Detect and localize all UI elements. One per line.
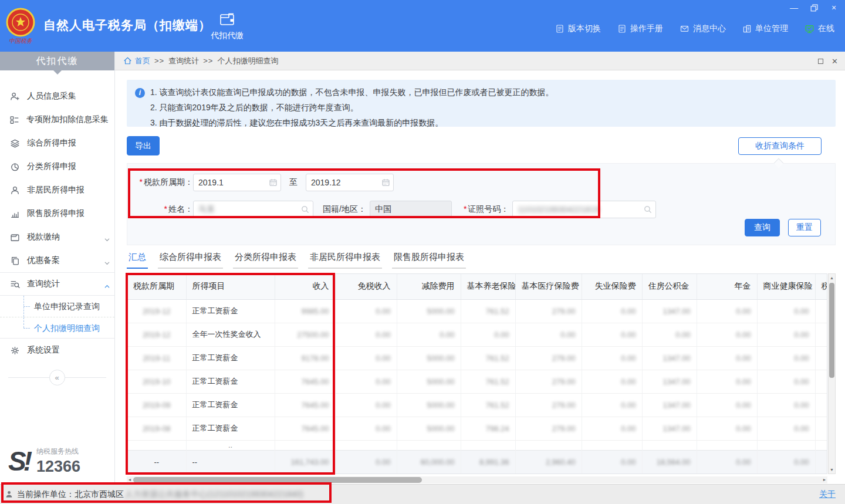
- horizontal-scrollbar[interactable]: ◄ ►: [127, 476, 827, 483]
- table-header-row: 税款所属期所得项目收入免税收入减除费用基本养老保险费基本医疗保险费失业保险费住房…: [127, 274, 827, 299]
- calendar-icon[interactable]: [269, 178, 278, 187]
- reset-button[interactable]: 重置: [788, 219, 821, 236]
- query-button[interactable]: 查询: [745, 219, 780, 236]
- table-row[interactable]: 2019-10正常工资薪金7645.000.005000.00761.52279…: [127, 370, 827, 393]
- chevron-up-icon: [102, 283, 112, 290]
- sidebar-item-4[interactable]: 非居民所得申报: [0, 178, 114, 202]
- sidebar-menu: 人员信息采集专项附加扣除信息采集综合所得申报分类所得申报非居民所得申报限售股所得…: [0, 84, 114, 362]
- notice-lines: 1. 该查询统计表仅能查询已申报成功的数据，不包含未申报、申报失败，已申报但已作…: [150, 86, 827, 128]
- doc-icon: [555, 24, 565, 33]
- sidebar-collapse-row: «: [8, 377, 106, 378]
- search-icon[interactable]: [300, 205, 310, 214]
- breadcrumb-1: 查询统计: [168, 56, 199, 65]
- period-from-value: 2019.1: [198, 178, 224, 187]
- tax-emblem-logo: 中国税务: [5, 6, 36, 45]
- table-row[interactable]: 2019-08正常工资薪金7645.000.005000.00798.24279…: [127, 417, 827, 440]
- sidebar-submenu: 单位申报记录查询个人扣缴明细查询: [0, 296, 114, 339]
- period-label: *税款所属期：: [127, 177, 193, 188]
- tab-3[interactable]: 非居民所得申报表: [308, 250, 382, 269]
- topnav-item-4[interactable]: 在线: [805, 23, 834, 34]
- sidebar-subitem-0[interactable]: 单位申报记录查询: [0, 296, 114, 317]
- gear-icon: [9, 346, 20, 356]
- breadcrumb: 首页>>查询统计>>个人扣缴明细查询 ✕: [115, 52, 845, 70]
- column-header-period: 税款所属期: [127, 274, 186, 299]
- org-icon: [742, 24, 752, 33]
- pane-close-icon[interactable]: ✕: [832, 57, 838, 65]
- hotline-logo: S!: [8, 445, 36, 477]
- main-content: 首页>>查询统计>>个人扣缴明细查询 ✕ i 1. 该查询统计表仅能查询已申报成…: [115, 52, 845, 484]
- tab-0[interactable]: 汇总: [127, 250, 148, 269]
- horizontal-scroll-thumb[interactable]: [133, 477, 422, 483]
- table-row[interactable]: 2019-11正常工资薪金9178.000.005000.00761.52279…: [127, 346, 827, 370]
- sidebar-item-0[interactable]: 人员信息采集: [0, 84, 114, 108]
- copy-icon: [9, 256, 20, 266]
- column-header-annuity: 年金: [697, 274, 757, 299]
- breadcrumb-0[interactable]: 首页: [135, 56, 150, 65]
- module-tab-label: 代扣代缴: [207, 31, 248, 41]
- notice-line-0: 1. 该查询统计表仅能查询已申报成功的数据，不包含未申报、申报失败，已申报但已作…: [150, 86, 827, 98]
- sidebar-item-8[interactable]: 查询统计: [0, 272, 114, 296]
- pane-maximize-icon[interactable]: [818, 57, 823, 65]
- table-row[interactable]: 2019-12正常工资薪金9985.000.005000.00761.52279…: [127, 299, 827, 323]
- operator-blurred: 人力资源公共服务中心(12110102199304221840): [125, 489, 303, 500]
- close-icon[interactable]: ×: [829, 3, 839, 12]
- filter-caret: [774, 158, 784, 168]
- scroll-up-icon[interactable]: ▲: [829, 274, 835, 282]
- sidebar-cap: 代扣代缴: [0, 52, 114, 70]
- collapse-filters-button[interactable]: 收折查询条件: [738, 137, 822, 155]
- column-header-medical: 基本医疗保险费: [515, 274, 582, 299]
- scroll-left-icon[interactable]: ◄: [127, 476, 133, 483]
- scroll-down-icon[interactable]: ▼: [829, 466, 835, 473]
- id-number-input[interactable]: 110102199304221819: [512, 201, 656, 218]
- column-header-pension: 基本养老保险费: [461, 274, 515, 299]
- tab-4[interactable]: 限售股所得申报表: [392, 250, 466, 269]
- scroll-right-icon[interactable]: ►: [822, 476, 827, 483]
- sidebar-item-6[interactable]: 税款缴纳: [0, 225, 114, 249]
- operator-label: 当前操作单位：: [17, 489, 75, 500]
- id-number-value: 110102199304221819: [518, 205, 599, 214]
- breadcrumb-2: 个人扣缴明细查询: [217, 56, 278, 65]
- period-to-input[interactable]: 2019.12: [306, 174, 394, 191]
- search-icon[interactable]: [643, 205, 653, 214]
- column-header-unemployment: 失业保险费: [582, 274, 642, 299]
- chevron-down-icon: [102, 260, 112, 266]
- sidebar: 代扣代缴 人员信息采集专项附加扣除信息采集综合所得申报分类所得申报非居民所得申报…: [0, 52, 115, 484]
- tab-1[interactable]: 综合所得申报表: [158, 250, 223, 269]
- sidebar-item-7[interactable]: 优惠备案: [0, 249, 114, 272]
- sidebar-item-5[interactable]: 限售股所得申报: [0, 202, 114, 225]
- filter-row-person: *姓名： 马某 国籍/地区： 中国 *证照号码： 110102199304221…: [127, 201, 835, 218]
- restore-icon[interactable]: [809, 3, 819, 12]
- about-link[interactable]: 关于: [819, 489, 836, 500]
- topnav-item-1[interactable]: 操作手册: [617, 23, 663, 34]
- column-header-tax_free: 免税收入: [335, 274, 397, 299]
- sidebar-item-2[interactable]: 综合所得申报: [0, 131, 114, 155]
- table-row[interactable]: 2019-12全年一次性奖金收入27500.000.000.000.000.00…: [127, 323, 827, 346]
- sidebar-item-3[interactable]: 分类所得申报: [0, 155, 114, 178]
- minimize-icon[interactable]: —: [789, 3, 799, 12]
- brand: 中国税务 自然人电子税务局（扣缴端）: [5, 6, 211, 45]
- table-row[interactable]: 2019-09正常工资薪金7645.000.005000.00761.52279…: [127, 393, 827, 417]
- topnav-item-3[interactable]: 单位管理: [742, 23, 788, 34]
- name-input[interactable]: 马某: [193, 201, 313, 218]
- collapse-sidebar-icon[interactable]: «: [49, 370, 65, 385]
- module-tab-daikoudaijiao[interactable]: 代扣代缴: [207, 11, 248, 41]
- filter-actions: 查询 重置: [745, 219, 821, 236]
- topnav-item-2[interactable]: 消息中心: [680, 23, 726, 34]
- user-icon: [5, 490, 13, 499]
- vertical-scrollbar[interactable]: ▲ ▼: [828, 273, 836, 474]
- info-icon: i: [135, 88, 145, 98]
- sidebar-subitem-1[interactable]: 个人扣缴明细查询: [0, 317, 114, 338]
- sidebar-item-1[interactable]: 专项附加扣除信息采集: [0, 108, 114, 131]
- export-button[interactable]: 导出: [127, 136, 160, 155]
- notice-line-1: 2. 只能查询2019年及之后的数据，不能进行跨年度查询。: [150, 102, 827, 113]
- vertical-scroll-thumb[interactable]: [829, 283, 834, 378]
- filter-row-period: *税款所属期： 2019.1 至 2019.12: [127, 174, 835, 191]
- calendar-icon[interactable]: [381, 178, 390, 187]
- period-from-input[interactable]: 2019.1: [193, 174, 281, 191]
- tab-2[interactable]: 分类所得申报表: [233, 250, 298, 269]
- topnav-item-0[interactable]: 版本切换: [555, 23, 601, 34]
- toolbar: 导出 收折查询条件: [127, 136, 836, 156]
- sidebar-item-9[interactable]: 系统设置: [0, 339, 114, 362]
- hotline-number: 12366: [36, 458, 80, 476]
- data-table-wrap: 税款所属期所得项目收入免税收入减除费用基本养老保险费基本医疗保险费失业保险费住房…: [127, 273, 827, 474]
